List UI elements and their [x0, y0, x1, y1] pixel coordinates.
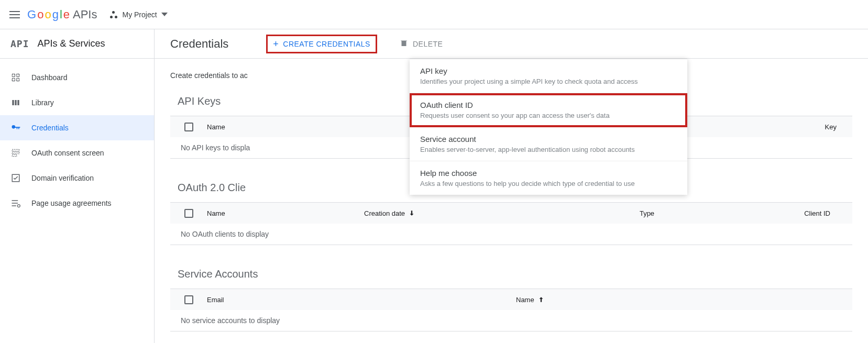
create-credentials-label: CREATE CREDENTIALS — [283, 40, 370, 48]
dropdown-item-title: OAuth client ID — [420, 101, 677, 109]
col-key[interactable]: Key — [789, 123, 852, 131]
sidebar-title: APIs & Services — [38, 38, 105, 49]
dropdown-item-sub: Enables server-to-server, app-level auth… — [420, 146, 677, 153]
sidebar: API APIs & Services Dashboard Library Cr… — [0, 29, 155, 343]
sidebar-item-label: Dashboard — [31, 73, 68, 82]
sidebar-item-label: Credentials — [31, 124, 69, 132]
dropdown-item-oauth-client[interactable]: OAuth client ID Requests user consent so… — [410, 93, 687, 127]
sidebar-item-oauth-consent[interactable]: OAuth consent screen — [0, 140, 154, 165]
col-name[interactable]: Name — [207, 123, 364, 131]
key-icon — [10, 123, 21, 133]
col-name[interactable]: Name — [207, 209, 364, 217]
sidebar-item-label: Domain verification — [31, 174, 94, 182]
delete-label: DELETE — [413, 40, 443, 48]
sidebar-item-library[interactable]: Library — [0, 90, 154, 115]
check-box-icon — [10, 173, 21, 183]
service-empty: No service accounts to display — [170, 310, 852, 331]
select-all-checkbox[interactable] — [184, 209, 193, 218]
plus-icon: + — [273, 39, 279, 49]
sidebar-item-credentials[interactable]: Credentials — [0, 115, 154, 140]
sidebar-item-domain-verification[interactable]: Domain verification — [0, 165, 154, 191]
col-creation-date-label: Creation date — [364, 209, 405, 217]
oauth-empty: No OAuth clients to display — [170, 224, 852, 245]
dropdown-item-sub: Identifies your project using a simple A… — [420, 78, 677, 85]
sidebar-item-page-usage[interactable]: Page usage agreements — [0, 191, 154, 216]
dropdown-item-sub: Asks a few questions to help you decide … — [420, 180, 677, 187]
dropdown-item-help-choose[interactable]: Help me choose Asks a few questions to h… — [410, 161, 687, 195]
google-apis-logo[interactable]: Google APIs — [27, 8, 97, 21]
select-all-checkbox[interactable] — [184, 123, 193, 131]
oauth-table: Name Creation date Type Client ID No OAu… — [170, 202, 852, 245]
arrow-down-icon — [408, 209, 415, 217]
hamburger-icon[interactable] — [8, 8, 21, 21]
consent-icon — [10, 148, 21, 158]
project-dots-icon — [109, 10, 118, 19]
api-badge-icon: API — [10, 38, 29, 49]
chevron-down-icon — [161, 13, 168, 16]
dashboard-icon — [10, 72, 21, 83]
svg-point-1 — [17, 205, 20, 207]
project-name: My Project — [122, 10, 157, 19]
main-content: Credentials + CREATE CREDENTIALS DELETE … — [155, 29, 868, 343]
top-bar: Google APIs My Project — [0, 0, 868, 29]
col-name[interactable]: Name — [516, 296, 673, 304]
create-credentials-dropdown: API key Identifies your project using a … — [410, 59, 687, 195]
dropdown-item-title: API key — [420, 67, 677, 75]
col-client-id[interactable]: Client ID — [746, 209, 846, 217]
section-title-service: Service Accounts — [178, 268, 852, 280]
col-creation-date[interactable]: Creation date — [364, 209, 547, 217]
sidebar-item-label: Library — [31, 98, 54, 107]
apis-text: APIs — [73, 8, 97, 21]
dropdown-item-service-account[interactable]: Service account Enables server-to-server… — [410, 127, 687, 161]
trash-icon — [399, 38, 409, 49]
page-title: Credentials — [170, 37, 228, 51]
col-type[interactable]: Type — [547, 209, 746, 217]
col-email[interactable]: Email — [207, 296, 516, 304]
arrow-up-icon — [537, 296, 545, 303]
col-name-label: Name — [516, 296, 534, 304]
dropdown-item-api-key[interactable]: API key Identifies your project using a … — [410, 59, 687, 93]
create-credentials-button[interactable]: + CREATE CREDENTIALS — [266, 35, 377, 53]
dropdown-item-sub: Requests user consent so your app can ac… — [420, 112, 677, 119]
sidebar-item-label: OAuth consent screen — [31, 149, 104, 157]
project-picker[interactable]: My Project — [109, 10, 167, 19]
dropdown-item-title: Service account — [420, 135, 677, 143]
service-table: Email Name No service accounts to displa… — [170, 289, 852, 331]
settings-list-icon — [10, 198, 21, 208]
sidebar-item-label: Page usage agreements — [31, 199, 112, 207]
delete-button[interactable]: DELETE — [394, 35, 448, 52]
dropdown-item-title: Help me choose — [420, 169, 677, 178]
library-icon — [10, 97, 21, 108]
sidebar-item-dashboard[interactable]: Dashboard — [0, 65, 154, 90]
select-all-checkbox[interactable] — [184, 295, 193, 304]
